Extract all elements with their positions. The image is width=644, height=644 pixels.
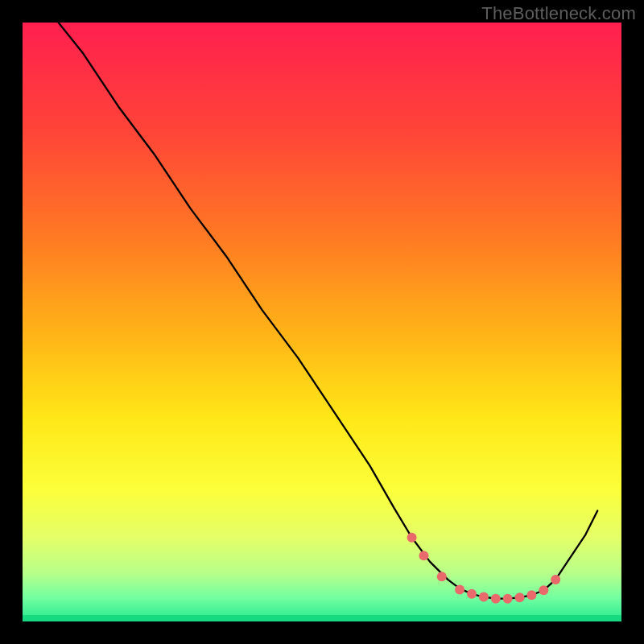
- marker-dot: [503, 594, 513, 604]
- bottleneck-chart: [23, 23, 621, 621]
- marker-dot: [539, 585, 548, 595]
- marker-dot: [419, 551, 429, 560]
- marker-dot: [407, 533, 417, 543]
- marker-dot: [526, 590, 536, 600]
- marker-dot: [467, 589, 477, 599]
- gradient-background: [23, 23, 621, 621]
- marker-dot: [437, 572, 447, 581]
- bottom-green-band: [23, 615, 621, 621]
- marker-dot: [479, 592, 489, 602]
- marker-dot: [551, 575, 560, 584]
- marker-dot: [491, 594, 501, 604]
- marker-dot: [455, 585, 464, 595]
- marker-dot: [515, 592, 525, 602]
- chart-frame: TheBottleneck.com: [0, 0, 644, 644]
- watermark-text: TheBottleneck.com: [481, 3, 636, 24]
